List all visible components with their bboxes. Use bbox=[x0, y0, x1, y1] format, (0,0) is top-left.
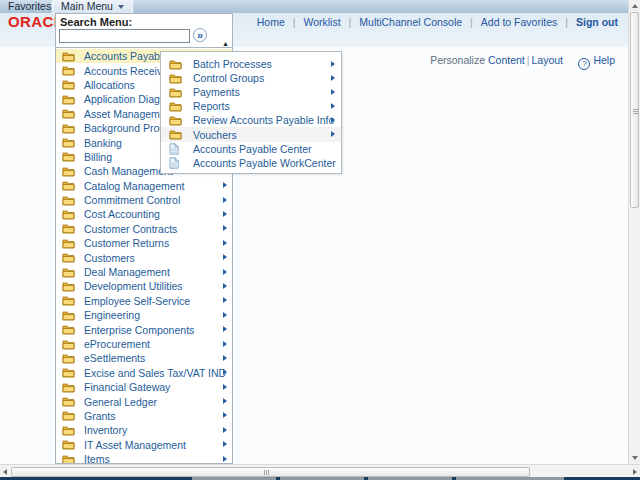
search-go-button[interactable]: » bbox=[193, 28, 207, 42]
menu-item-financial-gateway[interactable]: Financial Gateway bbox=[56, 380, 232, 394]
submenu-item-reports[interactable]: Reports bbox=[161, 99, 341, 113]
menu-item-customer-contracts[interactable]: Customer Contracts bbox=[56, 222, 232, 236]
folder-icon bbox=[62, 108, 75, 119]
folder-icon bbox=[62, 425, 75, 436]
search-input[interactable] bbox=[59, 29, 190, 43]
folder-icon bbox=[62, 396, 75, 407]
submenu-arrow-icon bbox=[223, 225, 227, 231]
menu-item-label: Control Groups bbox=[193, 72, 264, 84]
vertical-scrollbar[interactable] bbox=[628, 0, 640, 464]
menu-item-label: Banking bbox=[84, 137, 122, 149]
menu-item-label: General Ledger bbox=[84, 396, 157, 408]
submenu-arrow-icon bbox=[223, 456, 227, 462]
menu-item-label: Commitment Control bbox=[84, 194, 180, 206]
menu-item-items[interactable]: Items bbox=[56, 452, 232, 464]
double-chevron-right-icon: » bbox=[197, 29, 203, 41]
submenu-arrow-icon bbox=[223, 412, 227, 418]
menu-item-general-ledger[interactable]: General Ledger bbox=[56, 394, 232, 408]
folder-icon bbox=[62, 195, 75, 206]
submenu-arrow-icon bbox=[331, 117, 335, 123]
menu-item-label: Enterprise Components bbox=[84, 324, 194, 336]
folder-icon bbox=[62, 123, 75, 134]
scroll-down-button[interactable] bbox=[629, 452, 640, 463]
submenu-arrow-icon bbox=[223, 197, 227, 203]
submenu-arrow-icon bbox=[331, 103, 335, 109]
menu-item-customer-returns[interactable]: Customer Returns bbox=[56, 236, 232, 250]
submenu-item-accounts-payable-center[interactable]: Accounts Payable Center bbox=[161, 142, 341, 156]
menu-item-excise-and-sales-tax-vat-ind[interactable]: Excise and Sales Tax/VAT IND bbox=[56, 366, 232, 380]
folder-icon bbox=[169, 129, 182, 140]
menu-item-label: Financial Gateway bbox=[84, 381, 170, 393]
help-link[interactable]: Help bbox=[593, 54, 615, 66]
menu-item-enterprise-components[interactable]: Enterprise Components bbox=[56, 322, 232, 336]
menu-item-inventory[interactable]: Inventory bbox=[56, 423, 232, 437]
horizontal-scrollbar[interactable] bbox=[0, 464, 640, 477]
menu-item-cost-accounting[interactable]: Cost Accounting bbox=[56, 207, 232, 221]
nav-separator: | bbox=[527, 54, 530, 66]
arrow-up-icon bbox=[632, 4, 638, 8]
menu-item-label: eProcurement bbox=[84, 338, 150, 350]
arrow-down-icon bbox=[632, 456, 638, 460]
main-menu-tab[interactable]: Main Menu bbox=[52, 0, 133, 13]
main-menu-label: Main Menu bbox=[61, 0, 113, 12]
menu-item-engineering[interactable]: Engineering bbox=[56, 308, 232, 322]
folder-icon bbox=[62, 166, 75, 177]
submenu-item-vouchers[interactable]: Vouchers bbox=[161, 127, 341, 141]
scroll-left-button[interactable] bbox=[0, 466, 11, 477]
menu-item-label: Accounts Payable Center bbox=[193, 143, 311, 155]
submenu-item-payments[interactable]: Payments bbox=[161, 85, 341, 99]
folder-icon bbox=[62, 209, 75, 220]
arrow-right-icon bbox=[633, 469, 637, 475]
menu-item-label: Inventory bbox=[84, 424, 127, 436]
personalize-content-link[interactable]: Content bbox=[488, 54, 525, 66]
favorites-label: Favorites bbox=[8, 0, 51, 12]
horizontal-scrollbar-thumb[interactable] bbox=[11, 467, 530, 477]
menu-item-esettlements[interactable]: eSettlements bbox=[56, 351, 232, 365]
sign-out-link[interactable]: Sign out bbox=[576, 16, 618, 28]
folder-icon bbox=[62, 295, 75, 306]
collapse-menu-icon[interactable]: ▲ bbox=[222, 40, 229, 47]
nav-separator: | bbox=[565, 16, 568, 28]
scroll-right-button[interactable] bbox=[629, 466, 640, 477]
header-nav-links: Home|Worklist|MultiChannel Console|Add t… bbox=[253, 16, 622, 28]
menu-item-commitment-control[interactable]: Commitment Control bbox=[56, 193, 232, 207]
worklist-link[interactable]: Worklist bbox=[303, 16, 340, 28]
scroll-up-button[interactable] bbox=[629, 0, 640, 11]
submenu-item-batch-processes[interactable]: Batch Processes bbox=[161, 57, 341, 71]
submenu-arrow-icon bbox=[223, 384, 227, 390]
submenu-arrow-icon bbox=[331, 89, 335, 95]
vertical-scrollbar-thumb[interactable] bbox=[630, 12, 639, 208]
nav-separator: | bbox=[470, 16, 473, 28]
menu-item-it-asset-management[interactable]: IT Asset Management bbox=[56, 438, 232, 452]
menu-item-label: Customers bbox=[84, 252, 135, 264]
menu-item-employee-self-service[interactable]: Employee Self-Service bbox=[56, 294, 232, 308]
submenu-item-control-groups[interactable]: Control Groups bbox=[161, 71, 341, 85]
search-menu-label: Search Menu: bbox=[60, 16, 132, 28]
submenu-arrow-icon bbox=[223, 182, 227, 188]
submenu-arrow-icon bbox=[331, 75, 335, 81]
folder-icon bbox=[62, 151, 75, 162]
personalize-label: Personalize bbox=[430, 54, 485, 66]
submenu-arrow-icon bbox=[223, 240, 227, 246]
home-link[interactable]: Home bbox=[257, 16, 285, 28]
menu-item-label: Review Accounts Payable Info bbox=[193, 114, 334, 126]
folder-icon bbox=[62, 137, 75, 148]
menu-item-catalog-management[interactable]: Catalog Management bbox=[56, 179, 232, 193]
multichannel-console-link[interactable]: MultiChannel Console bbox=[359, 16, 462, 28]
personalize-layout-link[interactable]: Layout bbox=[531, 54, 563, 66]
menu-item-development-utilities[interactable]: Development Utilities bbox=[56, 279, 232, 293]
add-to-favorites-link[interactable]: Add to Favorites bbox=[481, 16, 557, 28]
submenu-arrow-icon bbox=[223, 297, 227, 303]
submenu-arrow-icon bbox=[223, 441, 227, 447]
menu-item-eprocurement[interactable]: eProcurement bbox=[56, 337, 232, 351]
submenu-item-review-accounts-payable-info[interactable]: Review Accounts Payable Info bbox=[161, 113, 341, 127]
menu-item-customers[interactable]: Customers bbox=[56, 250, 232, 264]
nav-separator: | bbox=[293, 16, 296, 28]
submenu-arrow-icon bbox=[223, 211, 227, 217]
submenu-item-accounts-payable-workcenter[interactable]: Accounts Payable WorkCenter bbox=[161, 156, 341, 170]
menu-item-label: Allocations bbox=[84, 79, 135, 91]
folder-icon bbox=[62, 180, 75, 191]
menu-item-label: Reports bbox=[193, 100, 230, 112]
menu-item-deal-management[interactable]: Deal Management bbox=[56, 265, 232, 279]
menu-item-grants[interactable]: Grants bbox=[56, 409, 232, 423]
